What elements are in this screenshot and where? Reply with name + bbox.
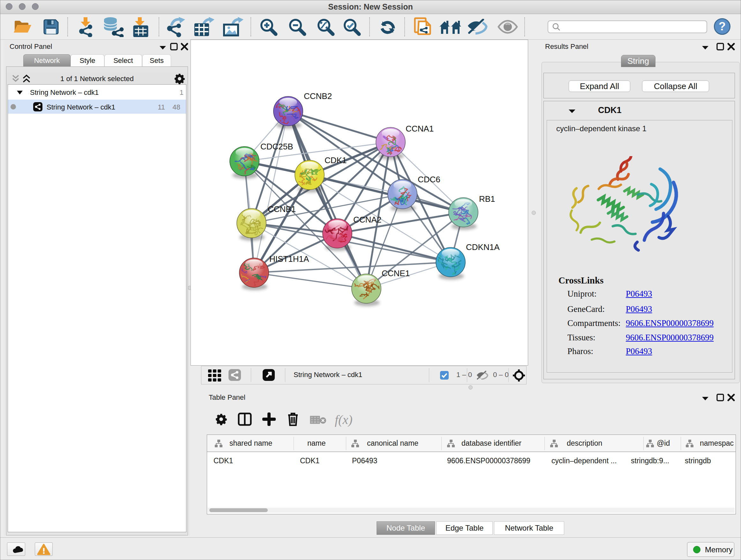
svg-text:CDK1: CDK1 xyxy=(325,155,347,165)
svg-text:CDKN1A: CDKN1A xyxy=(466,242,500,252)
svg-text:CCNB2: CCNB2 xyxy=(304,91,332,101)
svg-text:CDC6: CDC6 xyxy=(418,175,441,184)
svg-text:CCNA1: CCNA1 xyxy=(406,124,434,133)
svg-text:HIST1H1A: HIST1H1A xyxy=(269,254,309,264)
svg-text:CCNA2: CCNA2 xyxy=(353,215,381,225)
svg-text:RB1: RB1 xyxy=(479,194,495,204)
svg-text:CDC25B: CDC25B xyxy=(260,142,293,151)
svg-text:CCNE1: CCNE1 xyxy=(382,268,410,278)
svg-text:CCNB1: CCNB1 xyxy=(268,204,296,214)
